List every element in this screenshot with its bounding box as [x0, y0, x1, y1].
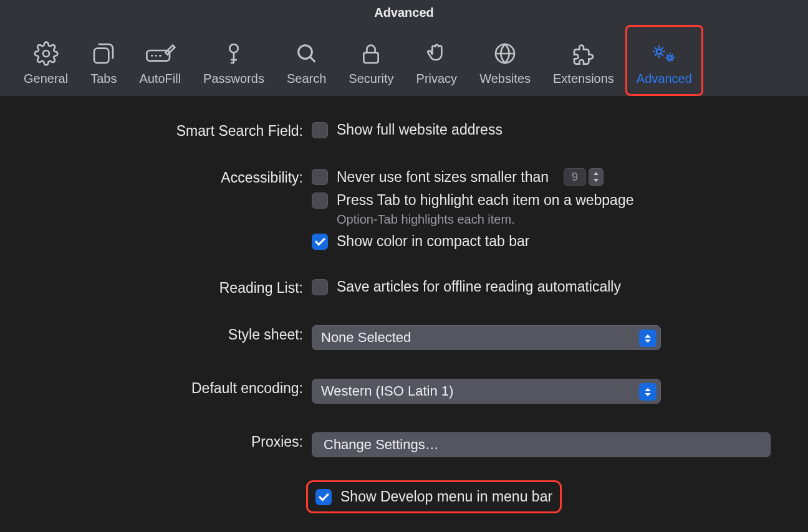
min-font-value[interactable]: 9 [564, 168, 586, 186]
svg-rect-1 [94, 48, 108, 62]
tab-label: Tabs [90, 72, 117, 86]
svg-point-11 [668, 55, 672, 59]
double-gear-icon [649, 37, 679, 70]
develop-menu-label: Show Develop menu in menu bar [340, 488, 552, 505]
press-tab-label: Press Tab to highlight each item on a we… [337, 192, 634, 209]
save-offline-checkbox[interactable] [312, 279, 328, 295]
compact-color-checkbox[interactable] [312, 234, 328, 250]
tab-tabs[interactable]: Tabs [79, 25, 128, 96]
svg-point-10 [656, 49, 661, 54]
preferences-content: Smart Search Field: Show full website ad… [0, 97, 808, 532]
accessibility-label: Accessibility: [37, 168, 312, 186]
svg-rect-8 [364, 52, 378, 63]
show-full-address-checkbox[interactable] [312, 122, 328, 138]
reading-list-label: Reading List: [37, 278, 312, 297]
tab-websites[interactable]: Websites [468, 25, 542, 96]
tab-label: Extensions [553, 72, 614, 86]
tab-label: AutoFill [139, 72, 181, 86]
style-sheet-value: None Selected [321, 330, 411, 346]
min-font-label: Never use font sizes smaller than [337, 169, 549, 186]
style-sheet-popup[interactable]: None Selected [312, 325, 661, 350]
tab-search[interactable]: Search [276, 25, 337, 96]
change-settings-button[interactable]: Change Settings… [312, 432, 771, 457]
pencil-field-icon [144, 37, 176, 70]
tab-general[interactable]: General [12, 25, 79, 96]
min-font-stepper[interactable] [589, 168, 604, 186]
lock-icon [358, 37, 383, 70]
compact-color-label: Show color in compact tab bar [337, 233, 529, 250]
smart-search-label: Smart Search Field: [37, 121, 312, 140]
tab-label: Passwords [203, 72, 264, 86]
puzzle-icon [571, 37, 596, 70]
tab-security[interactable]: Security [337, 25, 405, 96]
proxies-label: Proxies: [37, 432, 312, 450]
tab-label: General [24, 72, 68, 86]
tab-autofill[interactable]: AutoFill [128, 25, 192, 96]
hand-icon [424, 37, 449, 70]
svg-point-5 [159, 54, 161, 56]
press-tab-hint: Option-Tab highlights each item. [337, 212, 771, 227]
encoding-value: Western (ISO Latin 1) [321, 383, 453, 399]
show-full-address-label: Show full website address [337, 121, 503, 138]
gear-icon [34, 37, 59, 70]
popup-arrows-icon [639, 330, 656, 347]
key-icon [221, 37, 246, 70]
tab-passwords[interactable]: Passwords [192, 25, 276, 96]
magnifying-glass-icon [294, 37, 319, 70]
style-sheet-label: Style sheet: [37, 325, 312, 343]
develop-menu-checkbox[interactable] [315, 489, 332, 505]
svg-point-3 [151, 54, 153, 56]
tabs-icon [91, 37, 116, 70]
tab-label: Security [349, 72, 393, 86]
save-offline-label: Save articles for offline reading automa… [337, 278, 621, 295]
svg-point-4 [155, 54, 156, 56]
tab-extensions[interactable]: Extensions [542, 25, 625, 96]
min-font-checkbox[interactable] [312, 169, 328, 185]
tab-privacy[interactable]: Privacy [405, 25, 469, 96]
popup-arrows-icon [639, 383, 656, 401]
window-title: Advanced [0, 0, 808, 25]
tab-label: Websites [479, 72, 531, 86]
encoding-popup[interactable]: Western (ISO Latin 1) [312, 379, 661, 404]
preferences-toolbar: General Tabs AutoFill Passwords Search S… [0, 25, 808, 97]
encoding-label: Default encoding: [37, 379, 312, 397]
tab-label: Advanced [637, 72, 692, 86]
tab-label: Privacy [416, 72, 458, 86]
tab-label: Search [287, 72, 326, 86]
svg-point-0 [43, 50, 49, 57]
globe-icon [493, 37, 517, 70]
tab-advanced[interactable]: Advanced [625, 25, 703, 96]
press-tab-checkbox[interactable] [312, 192, 328, 209]
svg-point-6 [229, 44, 238, 52]
